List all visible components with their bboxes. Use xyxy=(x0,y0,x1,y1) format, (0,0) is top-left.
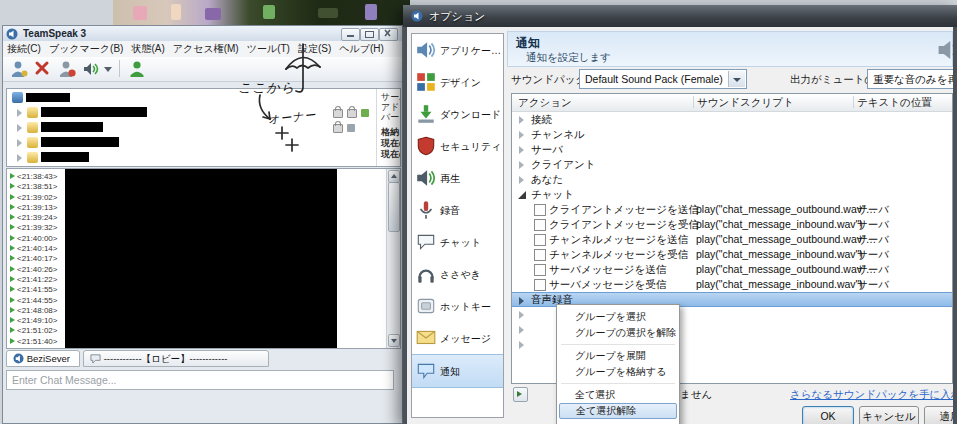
away-status-icon[interactable] xyxy=(57,59,77,79)
tab-lobby-channel[interactable]: ------------【ロビー】------------ xyxy=(83,350,269,367)
menu-connections[interactable]: 接続(C) xyxy=(3,41,45,57)
expand-arrow-icon[interactable] xyxy=(519,146,524,154)
column-separator[interactable] xyxy=(853,96,854,108)
chat-line: <21:41:22> xyxy=(10,275,68,285)
info-label: 現在の xyxy=(381,148,401,161)
sidebar-item-label: 通知 xyxy=(440,365,460,379)
sidebar-item-download[interactable]: ダウンロード xyxy=(412,98,503,130)
table-row[interactable]: サーバメッセージを送信play("chat_message_outbound.w… xyxy=(512,262,952,277)
table-row[interactable]: チャンネルメッセージを送信play("chat_message_outbound… xyxy=(512,232,952,247)
expand-arrow-icon[interactable] xyxy=(519,176,524,184)
column-separator[interactable] xyxy=(693,96,694,108)
incoming-arrow-icon xyxy=(10,245,15,251)
expand-arrow-icon[interactable] xyxy=(17,124,22,132)
soundpack-select[interactable]: Default Sound Pack (Female) xyxy=(579,69,747,89)
chat-message-input[interactable] xyxy=(6,370,394,390)
expand-arrow-icon[interactable] xyxy=(519,131,524,139)
sidebar-item-hotkeys[interactable]: ホットキー xyxy=(412,290,503,322)
row-checkbox[interactable] xyxy=(534,234,546,246)
connect-icon[interactable] xyxy=(9,59,29,79)
chat-line: <21:41:55> xyxy=(10,285,68,295)
scrollbar-thumb[interactable] xyxy=(388,182,400,232)
expand-arrow-icon[interactable] xyxy=(519,297,524,305)
apply-button[interactable]: 適用 xyxy=(924,406,953,424)
group-row-you[interactable]: あなた xyxy=(512,172,952,187)
row-checkbox[interactable] xyxy=(534,279,546,291)
collapse-arrow-icon[interactable] xyxy=(518,191,526,199)
expand-arrow-icon[interactable] xyxy=(519,341,524,349)
menu-item-expand-group[interactable]: グループを展開 xyxy=(557,348,679,364)
incoming-arrow-icon xyxy=(10,183,15,189)
timestamp: <21:49:10> xyxy=(17,316,57,325)
tab-server[interactable]: BeziSever xyxy=(6,350,80,367)
table-row[interactable]: サーバメッセージを受信play("chat_message_inbound.wa… xyxy=(512,277,952,292)
dialog-titlebar[interactable]: オプション xyxy=(403,5,957,27)
chevron-down-icon[interactable] xyxy=(728,71,745,87)
incoming-arrow-icon xyxy=(10,194,15,200)
mute-output-select[interactable]: 重要な音のみを再生する xyxy=(867,69,953,89)
action-cell: サーバメッセージを送信 xyxy=(549,262,666,277)
scroll-down-button[interactable] xyxy=(388,334,400,347)
group-row-connection[interactable]: 接続 xyxy=(512,112,952,127)
sidebar-item-application[interactable]: アプリケー… xyxy=(412,34,503,66)
sidebar-item-playback[interactable]: 再生 xyxy=(412,162,503,194)
chat-scrollbar[interactable] xyxy=(386,169,400,348)
sidebar-item-whisper[interactable]: ささやき xyxy=(412,258,503,290)
row-checkbox[interactable] xyxy=(534,249,546,261)
play-preview-button[interactable] xyxy=(513,387,528,402)
menu-item-deselect-group[interactable]: グループの選択を解除 xyxy=(557,325,679,341)
column-text-position[interactable]: テキストの位置 xyxy=(857,95,932,110)
disconnect-icon[interactable] xyxy=(33,59,53,79)
menu-item-deselect-all[interactable]: 全て選択解除 xyxy=(559,403,677,419)
menu-self[interactable]: 状態(A) xyxy=(127,41,168,57)
table-row[interactable]: クライアントメッセージを受信play("chat_message_inbound… xyxy=(512,217,952,232)
expand-arrow-icon[interactable] xyxy=(519,161,524,169)
close-icon[interactable] xyxy=(379,28,398,41)
sidebar-item-chat[interactable]: チャット xyxy=(412,226,503,258)
sidebar-item-security[interactable]: セキュリティ xyxy=(412,130,503,162)
info-panel-divider xyxy=(376,89,377,167)
chat-log-panel[interactable]: <21:38:43> <21:38:51> <21:39:02> <21:39:… xyxy=(6,168,401,349)
ok-button[interactable]: OK xyxy=(802,406,854,424)
chat-line: <21:38:51> xyxy=(10,182,68,192)
menu-item-collapse-group[interactable]: グループを格納する xyxy=(557,364,679,380)
table-row[interactable]: チャンネルメッセージを受信play("chat_message_inbound.… xyxy=(512,247,952,262)
group-row-server[interactable]: サーバ xyxy=(512,142,952,157)
menu-item-select-all[interactable]: 全て選択 xyxy=(557,387,679,403)
group-row-chat-expanded[interactable]: チャット xyxy=(512,187,952,202)
row-checkbox[interactable] xyxy=(534,264,546,276)
column-sound-script[interactable]: サウンドスクリプト xyxy=(697,95,794,110)
incoming-arrow-icon xyxy=(10,327,15,333)
group-row-client[interactable]: クライアント xyxy=(512,157,952,172)
expand-arrow-icon[interactable] xyxy=(519,326,524,334)
screen: TeamSpeak 3 接続(C)ブックマーク(B)状態(A)アクセス権(M)ツ… xyxy=(0,0,957,424)
row-checkbox[interactable] xyxy=(534,219,546,231)
incoming-arrow-icon xyxy=(10,317,15,323)
menu-item-select-group[interactable]: グループを選択 xyxy=(557,309,679,325)
column-action[interactable]: アクション xyxy=(518,95,572,110)
menu-bookmarks[interactable]: ブックマーク(B) xyxy=(45,41,128,57)
get-more-soundpacks-link[interactable]: さらなるサウンドパックを手に入れる xyxy=(790,388,953,402)
group-label: クライアント xyxy=(531,157,595,172)
mute-speaker-icon[interactable] xyxy=(81,59,101,79)
sidebar-item-notifications[interactable]: 通知 xyxy=(412,354,503,388)
expand-arrow-icon[interactable] xyxy=(17,139,22,147)
group-row-channel[interactable]: チャンネル xyxy=(512,127,952,142)
expand-arrow-icon[interactable] xyxy=(519,311,524,319)
chevron-down-icon[interactable] xyxy=(103,59,113,79)
cancel-button[interactable]: キャンセル xyxy=(859,406,919,424)
chat-line: <21:51:02> xyxy=(10,326,68,336)
expand-arrow-icon[interactable] xyxy=(519,116,524,124)
sidebar-item-design[interactable]: デザイン xyxy=(412,66,503,98)
maximize-button[interactable] xyxy=(360,28,379,41)
expand-arrow-icon[interactable] xyxy=(17,154,22,162)
table-row[interactable]: クライアントメッセージを送信play("chat_message_outboun… xyxy=(512,202,952,217)
sidebar-item-capture[interactable]: 録音 xyxy=(412,194,503,226)
row-checkbox[interactable] xyxy=(534,204,546,216)
chat-line: <21:38:43> xyxy=(10,172,68,182)
contacts-icon[interactable] xyxy=(127,59,147,79)
sidebar-item-messages[interactable]: メッセージ xyxy=(412,322,503,354)
table-header: アクション サウンドスクリプト テキストの位置 xyxy=(512,94,952,112)
chat-line: <21:44:55> xyxy=(10,296,68,306)
expand-arrow-icon[interactable] xyxy=(17,109,22,117)
